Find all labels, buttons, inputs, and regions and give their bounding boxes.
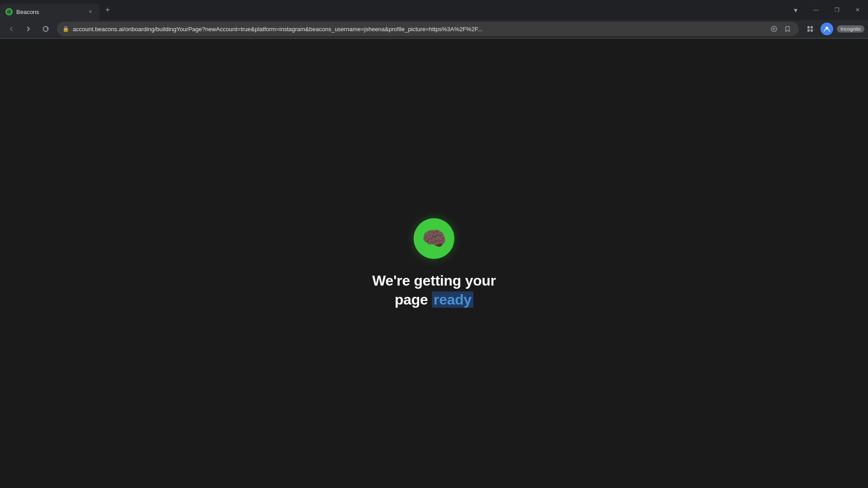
new-tab-button[interactable]: + <box>101 4 114 16</box>
tab-bar-right: ▾ — ❐ ✕ <box>789 0 868 20</box>
tracking-protection-icon[interactable] <box>768 23 780 35</box>
reload-button[interactable] <box>38 21 53 37</box>
url-text: account.beacons.ai/onboarding/buildingYo… <box>73 26 764 33</box>
restore-button[interactable]: ❐ <box>826 0 847 20</box>
tab-bar: Beacons × + ▾ — ❐ ✕ <box>0 0 868 20</box>
svg-rect-5 <box>807 29 810 32</box>
svg-rect-3 <box>807 26 810 28</box>
toolbar-separator <box>0 38 868 38</box>
tab-list-button[interactable]: ▾ <box>789 4 802 16</box>
bookmark-icon[interactable] <box>782 23 793 35</box>
forward-button[interactable] <box>21 21 36 37</box>
heading-line2: page ready <box>372 291 496 310</box>
address-actions <box>768 23 793 35</box>
incognito-badge[interactable]: Incognito <box>837 25 864 33</box>
loading-container: 🧠 We're getting your page ready <box>372 218 496 309</box>
back-button[interactable] <box>4 21 19 37</box>
heading-line2-plain: page <box>395 291 432 308</box>
loading-heading: We're getting your page ready <box>372 272 496 309</box>
lock-icon: 🔒 <box>62 26 69 32</box>
tab-favicon <box>5 8 13 15</box>
browser-chrome: Beacons × + ▾ — ❐ ✕ <box>0 0 868 39</box>
active-tab[interactable]: Beacons × <box>0 4 99 20</box>
window-controls: — ❐ ✕ <box>806 0 868 20</box>
brain-icon: 🧠 <box>422 227 447 250</box>
minimize-button[interactable]: — <box>806 0 826 20</box>
tab-title: Beacons <box>16 9 83 15</box>
profile-button[interactable] <box>821 23 833 35</box>
heading-highlight: ready <box>432 291 473 308</box>
close-button[interactable]: ✕ <box>847 0 868 20</box>
tab-close-button[interactable]: × <box>87 8 94 15</box>
heading-line1: We're getting your <box>372 272 496 291</box>
toolbar: 🔒 account.beacons.ai/onboarding/building… <box>0 20 868 38</box>
page-content: 🧠 We're getting your page ready <box>0 39 868 488</box>
svg-rect-6 <box>811 29 813 32</box>
tab-list-icon: ▾ <box>794 6 797 14</box>
extensions-button[interactable] <box>802 21 818 37</box>
svg-rect-4 <box>811 26 813 28</box>
address-bar[interactable]: 🔒 account.beacons.ai/onboarding/building… <box>57 22 799 36</box>
logo-circle: 🧠 <box>414 218 454 259</box>
